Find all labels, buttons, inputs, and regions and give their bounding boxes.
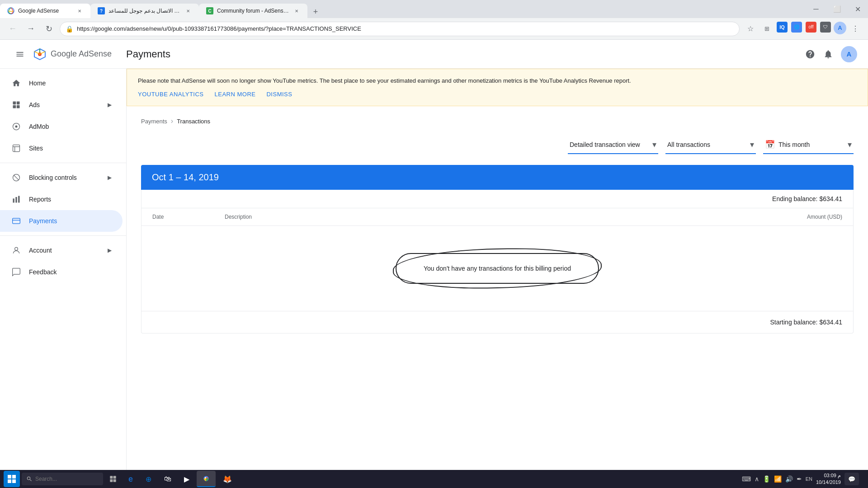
sidebar-item-sites[interactable]: Sites bbox=[0, 137, 123, 159]
taskbar-search[interactable] bbox=[22, 473, 103, 485]
sidebar-item-home[interactable]: Home bbox=[0, 72, 123, 94]
home-label: Home bbox=[29, 80, 46, 87]
blocking-arrow-icon: ▶ bbox=[108, 174, 112, 181]
breadcrumb-payments[interactable]: Payments bbox=[141, 118, 167, 125]
svg-rect-19 bbox=[110, 476, 113, 479]
tab-close-1[interactable]: ✕ bbox=[76, 7, 83, 14]
ending-balance-label: Ending balance: bbox=[772, 195, 817, 202]
extensions-button[interactable]: ⊞ bbox=[760, 22, 774, 36]
sidebar-item-admob[interactable]: AdMob bbox=[0, 116, 123, 137]
forward-button[interactable]: → bbox=[24, 22, 38, 36]
notifications-button[interactable] bbox=[819, 45, 837, 63]
browser-tab-bar: Google AdSense ✕ ? كيفية الاتصال بدعم جو… bbox=[0, 0, 868, 18]
red-extension[interactable]: off bbox=[806, 22, 816, 33]
calendar-icon: 📅 bbox=[765, 140, 775, 150]
edge-icon: ⊕ bbox=[146, 475, 151, 483]
language-tray-icon[interactable]: EN bbox=[806, 476, 812, 482]
type-dropdown[interactable]: All transactions ▾ bbox=[665, 136, 756, 154]
page-title: Payments bbox=[126, 48, 170, 60]
browser-tab-1[interactable]: Google AdSense ✕ bbox=[0, 4, 90, 18]
tab-close-3[interactable]: ✕ bbox=[293, 7, 300, 14]
feedback-label: Feedback bbox=[29, 268, 57, 276]
period-dropdown[interactable]: 📅 This month ▾ bbox=[763, 136, 854, 154]
svg-rect-15 bbox=[8, 475, 11, 479]
address-bar[interactable]: 🔒 https://google.com/adsense/new/u/0/pub… bbox=[60, 22, 740, 36]
shield-extension[interactable]: 🛡 bbox=[820, 22, 831, 33]
menu-button[interactable]: ⋮ bbox=[848, 22, 863, 36]
sidebar-item-reports[interactable]: Reports bbox=[0, 188, 123, 210]
help-button[interactable] bbox=[801, 45, 819, 63]
taskbar-firefox[interactable]: 🦊 bbox=[217, 471, 237, 487]
maximize-button[interactable]: ⬜ bbox=[826, 0, 847, 18]
youtube-analytics-link[interactable]: YOUTUBE ANALYTICS bbox=[138, 90, 204, 99]
ads-icon bbox=[11, 99, 22, 110]
chrome-icon bbox=[202, 474, 210, 483]
view-dropdown[interactable]: Detailed transaction view ▾ bbox=[568, 136, 658, 154]
back-button[interactable]: ← bbox=[5, 22, 20, 36]
taskbar-edge[interactable]: ⊕ bbox=[140, 471, 157, 487]
learn-more-link[interactable]: LEARN MORE bbox=[215, 90, 256, 99]
bookmark-button[interactable]: ☆ bbox=[743, 22, 758, 36]
sites-label: Sites bbox=[29, 145, 43, 152]
sidebar-item-account[interactable]: Account ▶ bbox=[0, 239, 123, 261]
battery-tray-icon[interactable]: 🔋 bbox=[763, 475, 770, 483]
browser-tab-2[interactable]: ? كيفية الاتصال بدعم جوجل للمساعد... ✕ bbox=[90, 4, 199, 18]
date-range-title: Oct 1 – 14, 2019 bbox=[152, 172, 843, 183]
empty-message-text: You don't have any transactions for this… bbox=[424, 265, 571, 272]
svg-rect-4 bbox=[13, 105, 16, 108]
user-avatar-browser[interactable]: A bbox=[834, 22, 846, 34]
start-button[interactable] bbox=[4, 471, 20, 487]
svg-rect-12 bbox=[18, 196, 19, 203]
svg-rect-8 bbox=[13, 145, 20, 152]
toolbar-actions: ☆ ⊞ IQ 🌐 off 🛡 A ⋮ bbox=[743, 22, 863, 36]
wifi-tray-icon[interactable]: 📶 bbox=[774, 475, 782, 483]
hamburger-button[interactable] bbox=[11, 45, 29, 63]
tab-title-2: كيفية الاتصال بدعم جوجل للمساعد... bbox=[108, 8, 181, 14]
svg-rect-10 bbox=[13, 198, 14, 202]
admob-label: AdMob bbox=[29, 123, 49, 130]
sidebar-item-ads[interactable]: Ads ▶ bbox=[0, 94, 123, 116]
svg-rect-13 bbox=[13, 218, 20, 224]
pen-tray-icon[interactable]: ✒ bbox=[797, 475, 802, 483]
notification-tray-button[interactable]: 💬 bbox=[844, 473, 859, 485]
user-avatar[interactable]: A bbox=[841, 46, 857, 62]
keyboard-tray-icon[interactable]: ⌨ bbox=[742, 475, 751, 483]
new-tab-button[interactable]: + bbox=[309, 5, 322, 18]
iq-extension[interactable]: IQ bbox=[777, 22, 788, 33]
amount-column-header: Amount (USD) bbox=[770, 214, 842, 220]
close-button[interactable]: ✕ bbox=[847, 0, 868, 18]
sidebar-item-payments[interactable]: Payments bbox=[0, 210, 123, 232]
app-logo: Google AdSense bbox=[33, 47, 112, 61]
volume-tray-icon[interactable]: 🔊 bbox=[785, 475, 793, 483]
tab-favicon-1 bbox=[7, 7, 14, 14]
store-icon: 🛍 bbox=[164, 475, 171, 483]
home-icon bbox=[11, 78, 22, 89]
admob-icon bbox=[11, 121, 22, 132]
dismiss-link[interactable]: DISMISS bbox=[266, 90, 292, 99]
reload-button[interactable]: ↻ bbox=[42, 22, 56, 36]
empty-message-box: You don't have any transactions for this… bbox=[396, 253, 599, 284]
app-name: Google AdSense bbox=[51, 49, 112, 59]
svg-point-14 bbox=[15, 247, 18, 250]
account-arrow-icon: ▶ bbox=[108, 247, 112, 253]
transaction-table: Ending balance: $634.41 Date Description… bbox=[141, 190, 854, 333]
svg-rect-5 bbox=[17, 105, 20, 108]
tab-close-2[interactable]: ✕ bbox=[184, 7, 192, 14]
chevron-up-tray-icon[interactable]: ∧ bbox=[755, 475, 759, 483]
sidebar-item-feedback[interactable]: Feedback bbox=[0, 261, 123, 283]
globe-extension[interactable]: 🌐 bbox=[791, 22, 802, 33]
task-view-button[interactable] bbox=[105, 471, 121, 487]
taskbar-ie[interactable]: e bbox=[123, 471, 138, 487]
taskbar-media[interactable]: ▶ bbox=[179, 471, 195, 487]
browser-tab-3[interactable]: C Community forum - AdSense He... ✕ bbox=[199, 4, 307, 18]
taskbar-store[interactable]: 🛍 bbox=[159, 471, 177, 487]
browser-chrome: Google AdSense ✕ ? كيفية الاتصال بدعم جو… bbox=[0, 0, 868, 40]
browser-toolbar: ← → ↻ 🔒 https://google.com/adsense/new/u… bbox=[0, 18, 868, 40]
minimize-button[interactable]: ─ bbox=[806, 0, 826, 18]
banner-text: Please note that AdSense will soon no lo… bbox=[138, 76, 857, 85]
breadcrumb: Payments › Transactions bbox=[141, 117, 854, 125]
sidebar-item-blocking[interactable]: Blocking controls ▶ bbox=[0, 167, 123, 188]
taskbar-search-input[interactable] bbox=[35, 476, 90, 482]
taskbar-chrome[interactable] bbox=[197, 471, 216, 487]
ads-label: Ads bbox=[29, 101, 40, 108]
